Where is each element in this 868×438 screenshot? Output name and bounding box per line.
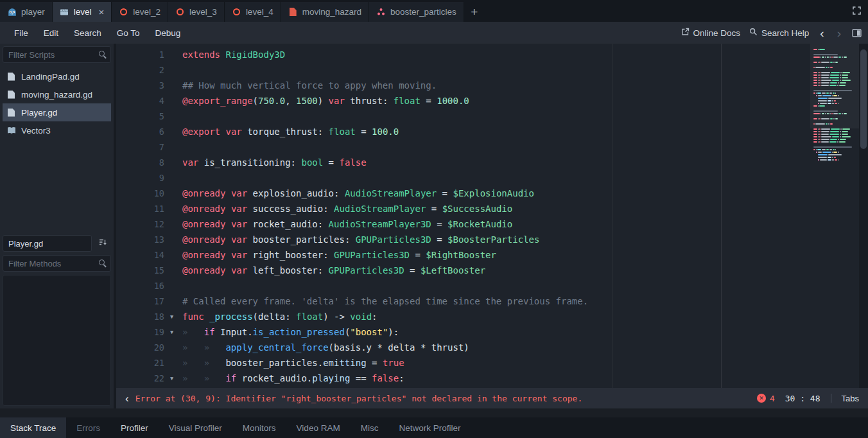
line-number: 20 [116,340,164,355]
filter-methods-input[interactable] [3,255,111,272]
online-docs-button[interactable]: Online Docs [681,28,741,38]
filter-scripts-input[interactable] [3,46,111,63]
search-help-label: Search Help [761,28,809,38]
bottom-tab-profiler[interactable]: Profiler [110,417,159,438]
godot-icon [7,7,17,17]
line-length-guideline-80 [612,44,613,388]
scene-tab-level_3[interactable]: level_3 [168,2,225,22]
vertical-scrollbar[interactable] [859,44,868,388]
fold-gutter [164,124,182,139]
add-scene-tab-button[interactable]: + [464,2,485,22]
error-circle-icon: ✕ [757,394,766,403]
fold-gutter [164,78,182,93]
line-number: 15 [116,263,164,278]
line-number: 16 [116,278,164,293]
menu-search[interactable]: Search [66,25,109,41]
code-text: » » if rocket_audio.playing == false: [182,371,404,386]
scene-tab-level_4[interactable]: level_4 [225,2,281,22]
search-help-button[interactable]: Search Help [749,28,809,38]
search-icon [99,51,107,58]
scene-tab-moving_hazard[interactable]: moving_hazard [281,2,369,22]
code-text: » » booster_particles.emitting = true [182,355,404,371]
script-item-Player.gd[interactable]: Player.gd [3,103,111,121]
line-number: 18 [116,309,164,324]
plus-icon: + [471,5,478,19]
fold-gutter [164,201,182,216]
scene-tab-level_2[interactable]: level_2 [112,2,168,22]
script-item-moving_hazard.gd[interactable]: moving_hazard.gd [3,85,111,103]
script-item-LandingPad.gd[interactable]: LandingPad.gd [3,67,111,85]
search-help-icon [749,28,758,38]
scripts-sidebar: LandingPad.gdmoving_hazard.gdPlayer.gdVe… [0,44,116,408]
minimap-line [813,136,858,137]
line-number: 3 [116,78,164,93]
external-link-icon [681,28,690,38]
toggle-panel-button[interactable] [852,29,862,37]
sort-methods-button[interactable] [94,235,111,252]
minimap-line [813,152,858,153]
bottom-panel-tab-bar: Stack TraceErrorsProfilerVisual Profiler… [0,417,868,438]
close-icon[interactable]: × [99,7,105,17]
scene-tab-label: player [21,7,45,17]
code-text: @onready var left_booster: GPUParticles3… [182,263,485,278]
class-doc-icon [6,127,16,134]
code-line: 6@export var torque_thrust: float = 100.… [116,124,810,139]
scrollbar-thumb[interactable] [860,49,867,149]
fold-gutter [164,216,182,232]
scene-tab-label: moving_hazard [302,7,361,17]
fold-gutter [164,232,182,247]
code-line: 12@onready var rocket_audio: AudioStream… [116,216,810,232]
line-number: 7 [116,139,164,155]
indent-type-button[interactable]: Tabs [842,394,859,403]
menu-file[interactable]: File [6,25,36,41]
code-text: @onready var booster_particles: GPUParti… [182,232,539,247]
bottom-tab-monitors[interactable]: Monitors [232,417,286,438]
line-number: 1 [116,47,164,62]
fold-arrow-icon[interactable]: ▼ [164,309,182,324]
code-line: 3## How much vertical force to appy when… [116,78,810,93]
error-message[interactable]: Error at (30, 9): Identifier "right_boos… [135,394,583,403]
filter-methods-field [3,255,111,272]
menu-debug[interactable]: Debug [148,25,189,41]
bottom-tab-visual-profiler[interactable]: Visual Profiler [159,417,232,438]
hazard-scene-icon [288,7,298,17]
expand-errors-chevron-icon[interactable]: ‹ [125,393,129,404]
bottom-tab-video-ram[interactable]: Video RAM [286,417,351,438]
line-number: 10 [116,186,164,201]
divider [831,394,831,403]
error-count-badge[interactable]: ✕ 4 [757,394,775,403]
code-line: 16 [116,278,810,293]
script-item-Vector3[interactable]: Vector3 [3,121,111,139]
scene-tab-label: level_4 [246,7,273,17]
script-item-label: moving_hazard.gd [21,90,92,100]
fold-arrow-icon[interactable]: ▼ [164,324,182,340]
script-icon [6,73,16,81]
bottom-tab-misc[interactable]: Misc [351,417,389,438]
fold-gutter [164,186,182,201]
fold-gutter [164,340,182,355]
fullscreen-icon [852,6,862,18]
bottom-tab-stack-trace[interactable]: Stack Trace [0,417,66,438]
bottom-tab-network-profiler[interactable]: Network Profiler [388,417,471,438]
minimap-line [813,154,858,155]
minimap[interactable] [810,44,859,388]
history-back-button[interactable]: ‹ [818,27,826,39]
fullscreen-button[interactable] [845,2,868,22]
menu-edit[interactable]: Edit [36,25,66,41]
code-text: @onready var success_audio: AudioStreamP… [182,201,512,216]
history-forward-button[interactable]: › [835,27,843,39]
code-text: @export_range(750.0, 1500) var thrust: f… [182,93,469,109]
scene-tab-level[interactable]: level× [53,2,112,22]
scene-tab-player[interactable]: player [0,2,53,22]
bottom-tab-errors[interactable]: Errors [66,417,110,438]
code-area[interactable]: 1extends RigidBody3D23## How much vertic… [116,44,810,388]
minimap-line [813,149,858,150]
menu-go-to[interactable]: Go To [109,25,148,41]
code-line: 11@onready var success_audio: AudioStrea… [116,201,810,216]
script-icon [6,91,16,99]
code-line: 20» » apply_central_force(basis.y * delt… [116,340,810,355]
code-line: 15@onready var left_booster: GPUParticle… [116,263,810,278]
scene-tab-booster_particles[interactable]: booster_particles [369,2,464,22]
fold-arrow-icon[interactable]: ▼ [164,371,182,386]
online-docs-label: Online Docs [693,28,741,38]
